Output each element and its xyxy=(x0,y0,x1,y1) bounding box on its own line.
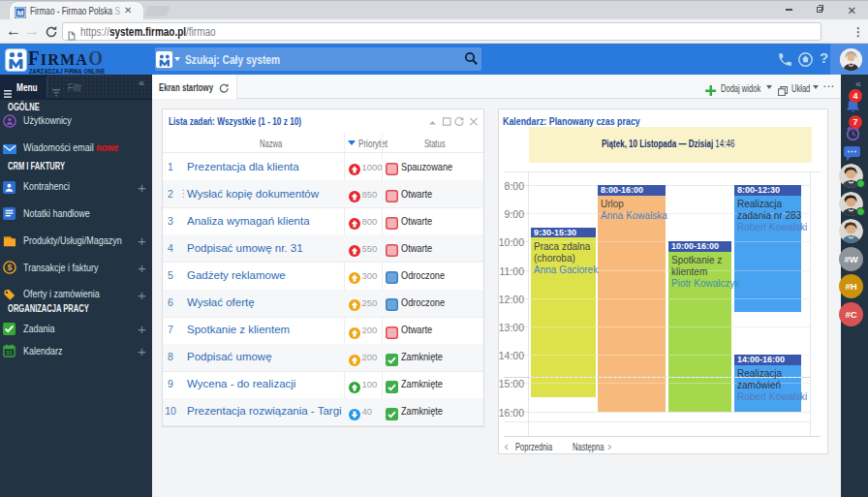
svg-text:M: M xyxy=(17,9,24,17)
svg-text:$: $ xyxy=(7,263,12,272)
svg-text:31: 31 xyxy=(6,350,12,356)
